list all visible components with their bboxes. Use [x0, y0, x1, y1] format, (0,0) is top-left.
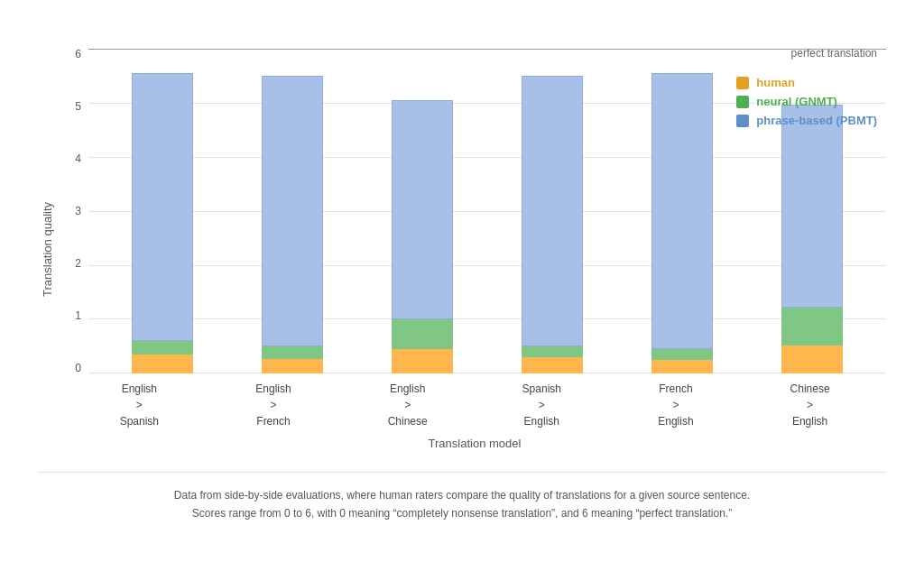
bar-human [392, 349, 453, 373]
bar-stack [132, 73, 193, 373]
x-label: English>Spanish [103, 381, 175, 429]
bar-gnmt [392, 319, 453, 349]
bar-gnmt [132, 341, 193, 355]
bar-group [516, 76, 588, 373]
bar-gnmt [651, 349, 713, 360]
bar-gnmt [522, 346, 583, 357]
x-label: English>French [237, 381, 310, 429]
grid-and-bars: 0123456 humanneural (GNMT)phrase-based (… [63, 49, 886, 373]
bar-gnmt [262, 346, 323, 358]
legend-label-gnmt: neural (GNMT) [756, 95, 837, 108]
footnote-line2: Scores range from 0 to 6, with 0 meaning… [38, 505, 886, 522]
bar-human [651, 360, 713, 373]
bar-group [126, 73, 199, 373]
bar-human [522, 357, 583, 373]
legend-label-pbmt: phrase-based (PBMT) [756, 114, 877, 127]
bar-group [256, 76, 328, 373]
y-tick: 2 [63, 258, 81, 269]
footnote: Data from side-by-side evaluations, wher… [38, 472, 886, 521]
legend-item: human [736, 76, 877, 89]
bar-pbmt [262, 76, 323, 346]
x-labels: English>SpanishEnglish>FrenchEnglish>Chi… [63, 381, 886, 429]
y-tick: 0 [63, 363, 81, 373]
x-label: Spanish>English [505, 381, 578, 429]
chart-container: Translation quality 0123456 humanneural … [29, 31, 895, 530]
chart-area: Translation quality 0123456 humanneural … [38, 49, 886, 450]
bar-pbmt [522, 76, 583, 346]
y-tick: 5 [63, 101, 81, 112]
bar-pbmt [132, 73, 193, 341]
x-label: Chinese>English [774, 381, 846, 429]
bar-pbmt [651, 73, 713, 349]
legend-color-gnmt [736, 96, 749, 108]
x-label: English>Chinese [372, 381, 444, 429]
bar-group [386, 100, 458, 373]
y-axis-label: Translation quality [38, 49, 56, 450]
bar-gnmt [781, 308, 843, 345]
perfect-label: perfect translation [791, 47, 877, 60]
bar-stack [651, 73, 713, 373]
bar-stack [522, 76, 583, 373]
y-tick: 3 [63, 206, 81, 217]
y-tick: 1 [63, 310, 81, 321]
y-tick: 4 [63, 153, 81, 164]
legend-item: neural (GNMT) [736, 95, 877, 108]
bar-stack [781, 105, 843, 373]
legend-item: phrase-based (PBMT) [736, 114, 877, 127]
bar-human [262, 359, 323, 374]
bar-human [781, 345, 843, 373]
legend-color-pbmt [736, 115, 749, 127]
y-tick: 6 [63, 49, 81, 60]
legend-color-human [736, 77, 749, 89]
legend-label-human: human [756, 76, 795, 89]
bars-and-grid: humanneural (GNMT)phrase-based (PBMT) pe… [88, 49, 886, 373]
x-label: French>English [640, 381, 712, 429]
bar-stack [392, 100, 453, 373]
footnote-line1: Data from side-by-side evaluations, wher… [38, 487, 886, 504]
bar-group [646, 73, 718, 373]
bar-human [132, 355, 193, 373]
bar-pbmt [392, 100, 453, 319]
y-ticks: 0123456 [63, 49, 81, 373]
bar-pbmt [781, 105, 843, 308]
bar-stack [262, 76, 323, 373]
x-axis-title: Translation model [63, 437, 886, 450]
bar-group [776, 105, 848, 373]
legend: humanneural (GNMT)phrase-based (PBMT) [736, 76, 877, 127]
chart-inner: 0123456 humanneural (GNMT)phrase-based (… [63, 49, 886, 450]
